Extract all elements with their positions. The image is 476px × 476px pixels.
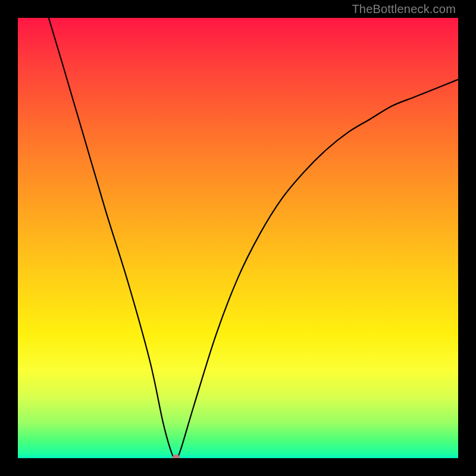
watermark-text: TheBottleneck.com	[352, 2, 456, 16]
chart-frame: TheBottleneck.com	[0, 0, 476, 476]
plot-area	[18, 18, 458, 458]
minimum-marker	[173, 455, 180, 458]
bottleneck-curve	[18, 18, 458, 458]
